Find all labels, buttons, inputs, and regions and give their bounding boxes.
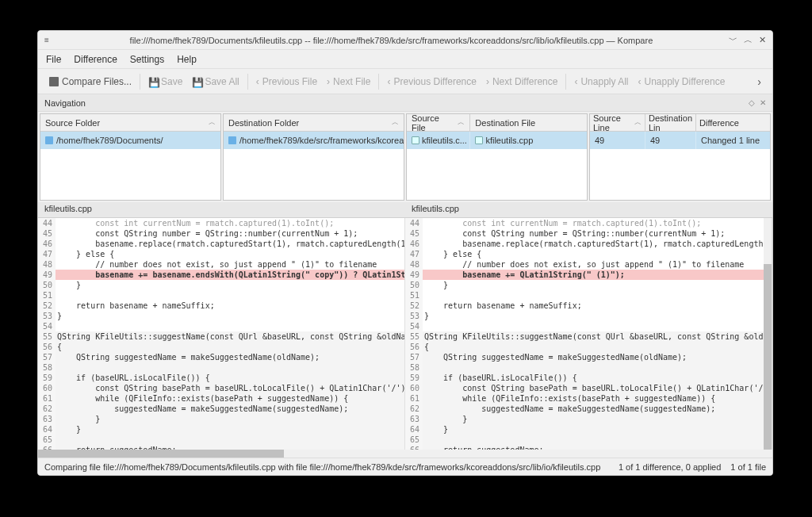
destination-file-header[interactable]: Destination File	[475, 118, 535, 128]
sort-icon[interactable]: ︿	[634, 117, 642, 128]
menu-difference[interactable]: Difference	[74, 54, 117, 65]
code-line[interactable]: 53}	[405, 311, 772, 321]
code-line[interactable]: 66 return suggestedName;	[38, 445, 404, 450]
code-line[interactable]: 56{	[405, 342, 772, 352]
difference-header[interactable]: Difference	[699, 118, 739, 128]
compare-files-button[interactable]: Compare Files...	[44, 74, 136, 90]
code-line[interactable]: 60 const QString basePath = baseURL.toLo…	[405, 383, 772, 393]
vertical-scrollbar[interactable]	[764, 218, 772, 450]
folder-icon	[228, 136, 236, 144]
destination-folder-panel: Destination Folder︿ /home/fhek789/kde/sr…	[223, 113, 404, 201]
code-line[interactable]: 50 }	[38, 280, 404, 290]
toolbar-overflow-icon[interactable]: ›	[753, 75, 766, 88]
destination-folder-row[interactable]: /home/fhek789/kde/src/frameworks/kcoread…	[224, 132, 404, 149]
chevron-left-icon: ‹	[638, 76, 641, 87]
code-line[interactable]: 49 basename += basename.endsWith(QLatin1…	[38, 270, 404, 280]
sort-icon[interactable]: ︿	[209, 117, 216, 128]
menu-file[interactable]: File	[46, 54, 61, 65]
code-line[interactable]: 63 }	[405, 414, 772, 424]
code-line[interactable]: 65	[405, 435, 772, 445]
code-line[interactable]: 46 basename.replace(rmatch.capturedStart…	[38, 239, 404, 249]
code-line[interactable]: 48 // number does not exist, so just app…	[38, 259, 404, 270]
sort-icon[interactable]: ︿	[458, 117, 465, 128]
code-line[interactable]: 55QString KFileUtils::suggestName(const …	[38, 331, 404, 342]
source-file-header[interactable]: Source File	[412, 113, 454, 132]
next-file-button: ›Next File	[322, 74, 375, 90]
right-pane[interactable]: 44 const int currentNum = rmatch.capture…	[405, 218, 772, 450]
code-line[interactable]: 58	[38, 362, 404, 373]
code-line[interactable]: 61 while (QFileInfo::exists(basePath + s…	[405, 393, 772, 404]
code-line[interactable]: 55QString KFileUtils::suggestName(const …	[405, 331, 772, 342]
app-menu-icon[interactable]: ≡	[44, 36, 49, 44]
navigation-header: Navigation ◇ ✕	[38, 94, 772, 112]
nav-float-icon[interactable]: ◇	[749, 98, 755, 107]
code-line[interactable]: 51	[405, 290, 772, 301]
status-file-count: 1 of 1 file	[730, 462, 766, 472]
previous-file-button: ‹Previous File	[251, 74, 322, 90]
titlebar: ≡ file:///home/fhek789/Documents/kfileut…	[38, 31, 772, 50]
code-line[interactable]: 59 if (baseURL.isLocalFile()) {	[405, 373, 772, 383]
difference-panel: Source Line︿ Destination Lin Difference …	[589, 113, 771, 201]
source-line-header[interactable]: Source Line	[593, 113, 631, 132]
code-line[interactable]: 44 const int currentNum = rmatch.capture…	[405, 218, 772, 228]
code-line[interactable]: 44 const int currentNum = rmatch.capture…	[38, 218, 404, 228]
code-line[interactable]: 51	[38, 290, 404, 301]
source-folder-row[interactable]: /home/fhek789/Documents/	[40, 132, 220, 149]
code-line[interactable]: 62 suggestedName = makeSuggestedName(sug…	[405, 404, 772, 414]
chevron-right-icon: ›	[327, 76, 330, 87]
statusbar: Comparing file file:///home/fhek789/Docu…	[38, 458, 772, 475]
code-line[interactable]: 57 QString suggestedName = makeSuggested…	[405, 352, 772, 362]
code-line[interactable]: 60 const QString basePath = baseURL.toLo…	[38, 383, 404, 393]
code-line[interactable]: 54	[405, 321, 772, 331]
code-line[interactable]: 56{	[38, 342, 404, 352]
code-line[interactable]: 53}	[38, 311, 404, 321]
code-line[interactable]: 65	[38, 435, 404, 445]
code-line[interactable]: 50 }	[405, 280, 772, 290]
status-message: Comparing file file:///home/fhek789/Docu…	[44, 462, 609, 472]
chevron-left-icon: ‹	[256, 76, 259, 87]
navigation-label: Navigation	[44, 98, 744, 108]
save-button: 💾Save	[144, 74, 187, 90]
menu-help[interactable]: Help	[177, 54, 197, 65]
nav-close-icon[interactable]: ✕	[760, 98, 766, 107]
code-line[interactable]: 49 basename += QLatin1String(" (1)");	[405, 270, 772, 280]
difference-row[interactable]: 49 49 Changed 1 line	[590, 132, 770, 149]
sort-icon[interactable]: ︿	[392, 117, 399, 128]
code-line[interactable]: 63 }	[38, 414, 404, 424]
code-line[interactable]: 45 const QString number = QString::numbe…	[405, 228, 772, 239]
code-line[interactable]: 47 } else {	[405, 249, 772, 259]
navigation-panels: Source Folder︿ /home/fhek789/Documents/ …	[38, 112, 772, 202]
cpp-file-icon	[475, 136, 483, 144]
minimize-icon[interactable]: ﹀	[729, 34, 737, 46]
code-line[interactable]: 54	[38, 321, 404, 331]
close-icon[interactable]: ✕	[759, 35, 766, 45]
left-pane[interactable]: 44 const int currentNum = rmatch.capture…	[38, 218, 405, 450]
file-panel: Source File︿ Destination File kfileutils…	[406, 113, 588, 201]
destination-line-header[interactable]: Destination Lin	[649, 113, 692, 132]
code-line[interactable]: 61 while (QFileInfo::exists(basePath + s…	[38, 393, 404, 404]
code-line[interactable]: 52 return basename + nameSuffix;	[38, 301, 404, 311]
file-row[interactable]: kfileutils.c... kfileutils.cpp	[407, 132, 587, 149]
code-line[interactable]: 52 return basename + nameSuffix;	[405, 301, 772, 311]
left-file-tab: kfileutils.cpp	[38, 202, 405, 217]
source-folder-header[interactable]: Source Folder	[45, 118, 100, 128]
code-line[interactable]: 59 if (baseURL.isLocalFile()) {	[38, 373, 404, 383]
chevron-left-icon: ‹	[574, 76, 577, 87]
code-line[interactable]: 58	[405, 362, 772, 373]
code-line[interactable]: 66 return suggestedName;	[405, 445, 772, 450]
maximize-icon[interactable]: ︿	[744, 34, 753, 46]
code-line[interactable]: 62 suggestedName = makeSuggestedName(sug…	[38, 404, 404, 414]
code-line[interactable]: 57 QString suggestedName = makeSuggested…	[38, 352, 404, 362]
code-line[interactable]: 47 } else {	[38, 249, 404, 259]
menu-settings[interactable]: Settings	[130, 54, 164, 65]
code-line[interactable]: 48 // number does not exist, so just app…	[405, 259, 772, 270]
code-line[interactable]: 46 basename.replace(rmatch.capturedStart…	[405, 239, 772, 249]
destination-folder-header[interactable]: Destination Folder	[228, 118, 299, 128]
horizontal-scrollbar[interactable]	[38, 450, 772, 458]
code-line[interactable]: 64 }	[405, 424, 772, 435]
previous-difference-button: ‹Previous Difference	[382, 74, 481, 90]
chevron-left-icon: ‹	[387, 76, 390, 87]
code-line[interactable]: 64 }	[38, 424, 404, 435]
save-all-button: 💾Save All	[187, 74, 243, 90]
code-line[interactable]: 45 const QString number = QString::numbe…	[38, 228, 404, 239]
